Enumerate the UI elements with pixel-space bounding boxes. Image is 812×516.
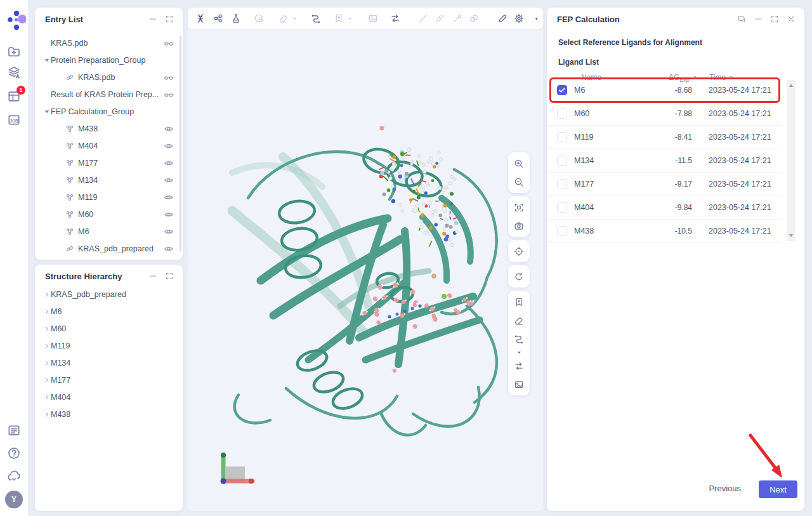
viewer-route-button[interactable] (508, 329, 530, 348)
rail-layers-button[interactable] (7, 65, 21, 79)
toolbar-flask-button[interactable] (231, 13, 241, 23)
toolbar-gear-button[interactable] (514, 13, 524, 23)
viewer-caret-down-button[interactable] (508, 348, 530, 357)
chevron-right-icon[interactable] (43, 394, 51, 401)
viewer-eraser-button[interactable] (508, 311, 530, 329)
avatar[interactable]: Y (5, 491, 23, 508)
toolbar-helix-button[interactable] (195, 13, 206, 23)
ligand-row-m6[interactable]: M6-8.682023-05-24 17:21 (547, 79, 782, 102)
checked-checkbox[interactable] (557, 85, 567, 95)
eye-icon[interactable] (164, 124, 174, 134)
rail-list-button[interactable] (7, 423, 21, 437)
expand-icon[interactable] (770, 15, 779, 23)
caret-down-icon[interactable] (43, 108, 51, 116)
chevron-right-icon[interactable] (43, 411, 51, 418)
structure-item-m119[interactable]: M119 (35, 337, 178, 354)
entry-item-m438[interactable]: M438 (35, 120, 178, 137)
structure-item-m60[interactable]: M60 (35, 320, 178, 337)
unchecked-checkbox[interactable] (557, 226, 567, 236)
toolbar-swap-button[interactable] (390, 13, 400, 23)
toolbar-caret-down-button[interactable] (292, 16, 298, 22)
chevron-right-icon[interactable] (43, 291, 51, 298)
close-icon[interactable] (787, 15, 796, 23)
ligand-row-m404[interactable]: M404-9.842023-05-24 17:21 (547, 196, 782, 220)
structure-item-m134[interactable]: M134 (35, 354, 178, 371)
toolbar-molecule-lg-button[interactable] (213, 13, 223, 23)
entry-item-fep-calculation-group[interactable]: FEP Calculation_Group (35, 103, 178, 120)
toolbar-route-button[interactable] (311, 13, 321, 23)
ligand-row-m438[interactable]: M438-10.52023-05-24 17:21 (547, 220, 782, 243)
eye-icon[interactable] (164, 192, 174, 202)
toolbar-circles-button[interactable] (469, 13, 479, 23)
entry-item-m177[interactable]: M177 (35, 154, 178, 171)
eye-icon[interactable] (164, 141, 174, 151)
unchecked-checkbox[interactable] (557, 179, 567, 189)
structure-item-m6[interactable]: M6 (35, 303, 178, 320)
ligand-row-m177[interactable]: M177-9.172023-05-24 17:21 (547, 173, 782, 196)
ligand-row-m60[interactable]: M60-7.882023-05-24 17:21 (547, 102, 782, 126)
scroll-up-icon[interactable] (787, 81, 796, 90)
entry-item-kras-pdb[interactable]: KRAS.pdb (35, 69, 178, 86)
eye-icon[interactable] (164, 175, 174, 185)
structure-item-m438[interactable]: M438 (35, 406, 178, 423)
minimize-icon[interactable] (148, 15, 157, 23)
expand-icon[interactable] (165, 15, 174, 23)
glasses-icon[interactable] (164, 89, 174, 100)
eye-icon[interactable] (164, 158, 174, 168)
entry-list-scrollbar[interactable] (180, 36, 181, 251)
rail-board-button[interactable]: 1 (7, 89, 21, 103)
expand-icon[interactable] (165, 272, 174, 281)
viewer-zoom-in-button[interactable] (508, 154, 530, 173)
entry-item-kras-pdb[interactable]: KRAS.pdb (35, 34, 178, 51)
entry-item-m6[interactable]: M6 (35, 223, 178, 240)
entry-item-kras-pdb-prepared[interactable]: KRAS_pdb_prepared (35, 240, 178, 257)
entry-item-result-of-kras-protein-prep-[interactable]: Result of KRAS Protein Prep... (35, 86, 178, 103)
toolbar-eraser-button[interactable] (278, 13, 289, 23)
ligand-table-scrollbar[interactable] (787, 80, 796, 241)
unchecked-checkbox[interactable] (557, 132, 567, 142)
structure-item-kras-pdb-prepared[interactable]: KRAS_pdb_prepared (35, 286, 178, 303)
glasses-icon[interactable] (164, 72, 174, 83)
toolbar-bookmark-plus-button[interactable] (334, 13, 344, 23)
toolbar-line2-button[interactable] (435, 13, 445, 23)
unchecked-checkbox[interactable] (557, 155, 567, 166)
viewer-fit-button[interactable] (508, 198, 530, 216)
structure-item-m404[interactable]: M404 (35, 388, 178, 406)
entry-item-m119[interactable]: M119 (35, 189, 178, 206)
next-button[interactable]: Next (759, 480, 797, 498)
caret-down-icon[interactable] (43, 56, 51, 64)
viewer-canvas[interactable] (188, 8, 543, 511)
rail-cloud-button[interactable] (7, 469, 21, 483)
chevron-right-icon[interactable] (43, 359, 51, 367)
viewer-swap-button[interactable] (508, 357, 530, 375)
dock-icon[interactable] (737, 15, 746, 23)
rail-job-button[interactable]: JOB (7, 113, 21, 127)
eye-icon[interactable] (164, 244, 174, 254)
toolbar-caret-down-button[interactable] (347, 16, 353, 22)
eye-icon[interactable] (164, 227, 174, 237)
scroll-down-icon[interactable] (787, 231, 796, 240)
viewer-target-button[interactable] (508, 242, 530, 260)
toolbar-bond-button[interactable] (452, 13, 462, 23)
structure-item-m177[interactable]: M177 (35, 371, 178, 388)
toolbar-rotate-button[interactable] (254, 13, 264, 23)
minimize-icon[interactable] (148, 272, 157, 281)
chevron-right-icon[interactable] (43, 308, 51, 315)
ligand-row-m119[interactable]: M119-8.412023-05-24 17:21 (547, 126, 782, 149)
entry-item-protein-preparation-group[interactable]: Protein Preparation_Group (35, 51, 178, 69)
chevron-right-icon[interactable] (43, 325, 51, 333)
toolbar-collapse-left-button[interactable] (534, 16, 539, 22)
ligand-row-m134[interactable]: M134-11.52023-05-24 17:21 (547, 149, 782, 173)
toolbar-pencil-button[interactable] (497, 13, 508, 23)
rail-help-button[interactable] (7, 446, 21, 460)
previous-button[interactable]: Previous (709, 484, 741, 493)
chevron-right-icon[interactable] (43, 342, 51, 350)
entry-item-m134[interactable]: M134 (35, 171, 178, 189)
viewer-camera-button[interactable] (508, 216, 530, 235)
viewer-zoom-out-button[interactable] (508, 173, 530, 191)
unchecked-checkbox[interactable] (557, 202, 567, 213)
glasses-icon[interactable] (164, 38, 174, 48)
minimize-icon[interactable] (754, 15, 763, 23)
toolbar-image-button[interactable] (368, 13, 378, 23)
entry-item-m404[interactable]: M404 (35, 137, 178, 154)
